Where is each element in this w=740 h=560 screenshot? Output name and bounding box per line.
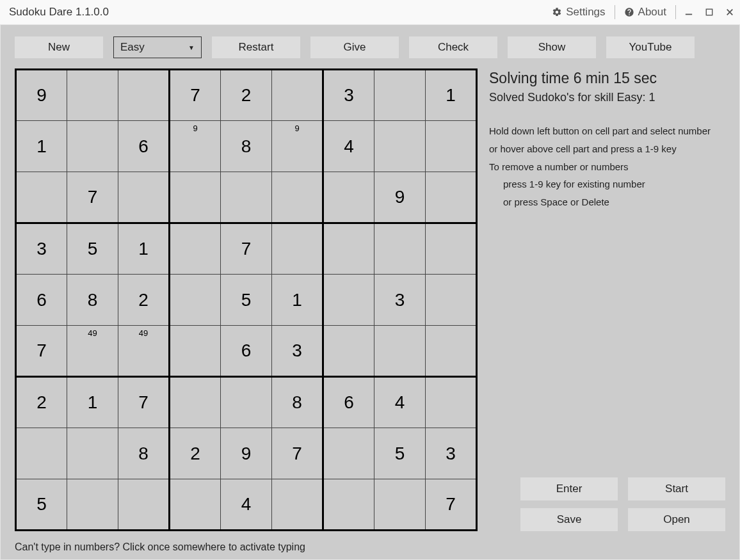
sudoku-cell[interactable] [16, 172, 67, 223]
check-button[interactable]: Check [409, 36, 497, 58]
sudoku-cell[interactable]: 49 [118, 326, 170, 377]
new-button[interactable]: New [15, 36, 103, 58]
sudoku-cell[interactable] [16, 428, 67, 479]
sudoku-cell[interactable]: 8 [118, 428, 170, 479]
sudoku-cell[interactable] [170, 479, 221, 531]
sudoku-cell[interactable] [170, 275, 221, 326]
sudoku-cell[interactable] [170, 377, 221, 428]
sudoku-cell[interactable]: 3 [426, 428, 477, 479]
sudoku-cell[interactable] [426, 223, 477, 275]
sudoku-cell[interactable] [426, 275, 477, 326]
save-button[interactable]: Save [520, 508, 618, 531]
sudoku-cell[interactable]: 3 [272, 326, 323, 377]
sudoku-cell[interactable]: 8 [221, 121, 272, 172]
sudoku-cell[interactable] [426, 121, 477, 172]
sudoku-cell[interactable]: 5 [16, 479, 67, 531]
sudoku-cell[interactable]: 6 [221, 326, 272, 377]
sudoku-cell[interactable] [221, 377, 272, 428]
sudoku-cell[interactable] [67, 479, 118, 531]
sudoku-cell[interactable]: 5 [67, 223, 118, 275]
sudoku-cell[interactable]: 2 [221, 70, 272, 121]
sudoku-cell[interactable]: 5 [374, 428, 426, 479]
minimize-button[interactable] [679, 0, 699, 24]
sudoku-cell[interactable] [272, 223, 323, 275]
sudoku-cell[interactable]: 9 [16, 70, 67, 121]
sudoku-cell[interactable]: 9 [170, 121, 221, 172]
sudoku-cell[interactable]: 7 [221, 223, 272, 275]
sudoku-cell[interactable] [374, 223, 426, 275]
sudoku-cell[interactable] [323, 428, 374, 479]
sudoku-cell[interactable] [170, 326, 221, 377]
sudoku-cell[interactable]: 9 [374, 172, 426, 223]
about-button[interactable]: About [618, 0, 673, 24]
sudoku-cell[interactable]: 1 [272, 275, 323, 326]
sudoku-cell[interactable] [323, 172, 374, 223]
sudoku-cell[interactable]: 1 [118, 223, 170, 275]
maximize-button[interactable] [699, 0, 720, 24]
sudoku-cell[interactable] [67, 428, 118, 479]
sudoku-cell[interactable] [323, 275, 374, 326]
sudoku-cell[interactable]: 1 [16, 121, 67, 172]
sudoku-cell[interactable]: 9 [272, 121, 323, 172]
close-button[interactable] [720, 0, 740, 24]
sudoku-cell[interactable]: 4 [323, 121, 374, 172]
sudoku-cell[interactable] [374, 70, 426, 121]
sudoku-cell[interactable]: 5 [221, 275, 272, 326]
sudoku-cell[interactable]: 1 [426, 70, 477, 121]
sudoku-cell[interactable]: 49 [67, 326, 118, 377]
sudoku-cell[interactable] [170, 223, 221, 275]
sudoku-cell[interactable] [323, 326, 374, 377]
sudoku-cell[interactable] [272, 70, 323, 121]
give-button[interactable]: Give [310, 36, 399, 58]
sudoku-cell[interactable]: 7 [170, 70, 221, 121]
sudoku-cell[interactable]: 9 [221, 428, 272, 479]
open-button[interactable]: Open [628, 508, 725, 531]
sudoku-cell[interactable]: 1 [67, 377, 118, 428]
sudoku-cell[interactable]: 7 [272, 428, 323, 479]
sudoku-cell[interactable] [272, 172, 323, 223]
start-button[interactable]: Start [628, 477, 725, 500]
restart-button[interactable]: Restart [212, 36, 300, 58]
sudoku-cell[interactable]: 3 [16, 223, 67, 275]
sudoku-cell[interactable]: 7 [118, 377, 170, 428]
sudoku-cell[interactable]: 7 [426, 479, 477, 531]
sudoku-cell[interactable]: 7 [67, 172, 118, 223]
sudoku-cell[interactable] [323, 223, 374, 275]
sudoku-cell[interactable] [426, 377, 477, 428]
sudoku-cell[interactable] [221, 172, 272, 223]
sudoku-cell[interactable]: 8 [67, 275, 118, 326]
sudoku-cell[interactable]: 2 [16, 377, 67, 428]
sudoku-cell[interactable]: 7 [16, 326, 67, 377]
sudoku-cell[interactable] [374, 326, 426, 377]
sudoku-cell[interactable] [118, 479, 170, 531]
youtube-button[interactable]: YouTube [606, 36, 695, 58]
sudoku-cell[interactable] [272, 479, 323, 531]
sudoku-cell[interactable]: 6 [118, 121, 170, 172]
sudoku-cell[interactable]: 4 [374, 377, 426, 428]
settings-button[interactable]: Settings [545, 0, 611, 24]
candidate-marks: 9 [170, 124, 220, 133]
sudoku-cell[interactable] [67, 70, 118, 121]
difficulty-select[interactable]: Easy ▼ [113, 36, 202, 58]
sudoku-cell[interactable] [426, 326, 477, 377]
sudoku-cell[interactable]: 8 [272, 377, 323, 428]
sudoku-cell[interactable]: 3 [374, 275, 426, 326]
show-button[interactable]: Show [508, 36, 596, 58]
sudoku-cell[interactable] [67, 121, 118, 172]
sudoku-cell[interactable]: 6 [323, 377, 374, 428]
sudoku-cell[interactable] [374, 479, 426, 531]
sudoku-cell[interactable] [118, 172, 170, 223]
sudoku-cell[interactable] [118, 70, 170, 121]
sudoku-cell[interactable] [374, 121, 426, 172]
sudoku-cell[interactable]: 2 [170, 428, 221, 479]
sudoku-cell[interactable]: 4 [221, 479, 272, 531]
solving-time: Solving time 6 min 15 sec [489, 70, 725, 87]
sudoku-cell[interactable] [426, 172, 477, 223]
enter-button[interactable]: Enter [520, 477, 618, 500]
sudoku-cell[interactable] [170, 172, 221, 223]
sudoku-cell[interactable]: 6 [16, 275, 67, 326]
sudoku-cell[interactable]: 2 [118, 275, 170, 326]
solved-count: Solved Sudoko's for skill Easy: 1 [489, 91, 725, 104]
sudoku-cell[interactable] [323, 479, 374, 531]
sudoku-cell[interactable]: 3 [323, 70, 374, 121]
